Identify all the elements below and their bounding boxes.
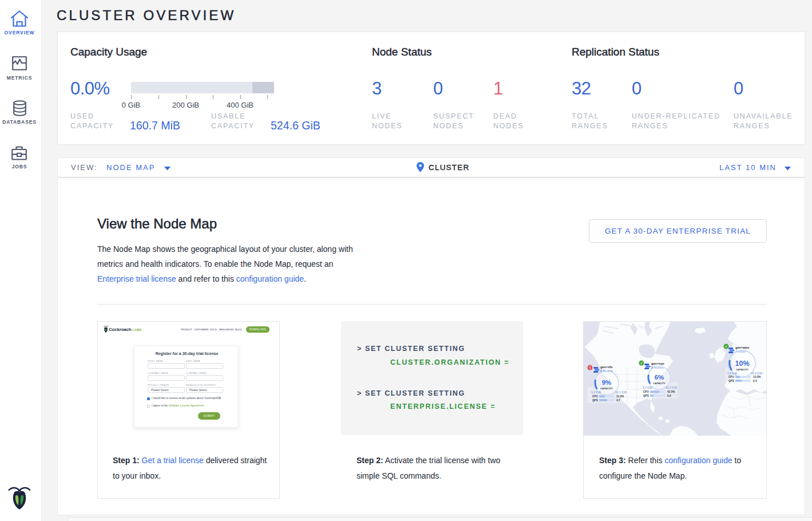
svg-text:geo=sfo: geo=sfo (600, 365, 613, 369)
svg-text:35.1 GiB: 35.1 GiB (615, 390, 627, 394)
svg-text:0.0: 0.0 (667, 394, 671, 397)
svg-text:CPU: CPU (728, 376, 734, 378)
svg-text:CPU: CPU (592, 395, 598, 398)
svg-text:3.6 GiB: 3.6 GiB (727, 372, 738, 375)
svg-text:geo=nyc: geo=nyc (651, 362, 664, 365)
svg-text:CAPACITY: CAPACITY (653, 382, 666, 385)
svg-text:11.0%: 11.0% (616, 395, 624, 398)
svg-text:QPS: QPS (643, 394, 649, 397)
svg-text:0.4: 0.4 (753, 380, 757, 382)
svg-text:4.7: 4.7 (616, 399, 620, 402)
svg-text:3.2 GiB: 3.2 GiB (591, 390, 601, 394)
svg-text:9%: 9% (602, 379, 612, 386)
svg-text:QPS: QPS (728, 380, 734, 382)
svg-text:3.7 GiB: 3.7 GiB (643, 386, 653, 389)
svg-text:34.4 GiB: 34.4 GiB (751, 372, 762, 375)
svg-text:CPU: CPU (643, 390, 649, 393)
svg-text:6%: 6% (655, 374, 664, 381)
svg-text:QPS: QPS (592, 399, 598, 402)
svg-text:10%: 10% (735, 360, 749, 368)
svg-text:42.5%: 42.5% (667, 390, 675, 393)
svg-text:13.3%: 13.3% (753, 376, 761, 378)
svg-text:geo=ams: geo=ams (735, 346, 749, 349)
svg-text:43.7 GiB: 43.7 GiB (666, 386, 677, 389)
svg-text:CAPACITY: CAPACITY (600, 387, 613, 390)
svg-text:CAPACITY: CAPACITY (736, 368, 748, 371)
